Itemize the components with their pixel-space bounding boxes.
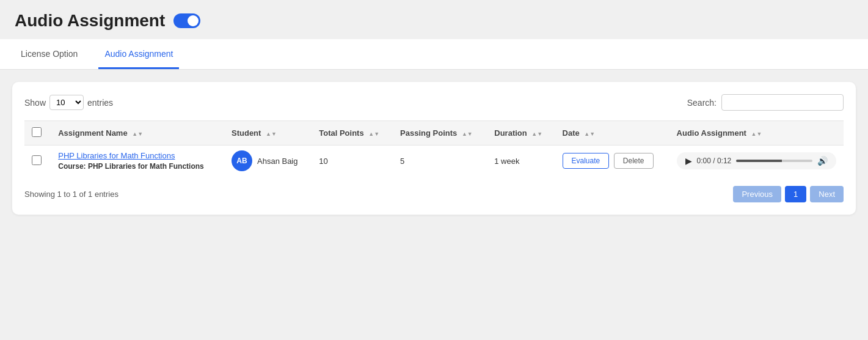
avatar: AB (232, 150, 252, 171)
table-footer: Showing 1 to 1 of 1 entries Previous 1 N… (24, 186, 844, 202)
search-label: Search: (687, 98, 717, 108)
tabs-bar: License Option Audio Assignment (0, 39, 868, 70)
assignment-link[interactable]: PHP Libraries for Math Functions (58, 151, 217, 160)
sort-icon-date: ▲▼ (584, 131, 595, 138)
audio-progress-bar[interactable] (736, 160, 812, 162)
cell-duration: 1 week (487, 146, 555, 177)
search-row: Search: (687, 94, 844, 111)
tab-audio-assignment[interactable]: Audio Assignment (98, 39, 179, 69)
audio-player: ▶ 0:00 / 0:12 🔊 (677, 152, 836, 169)
select-all-checkbox[interactable] (32, 127, 42, 137)
prev-button[interactable]: Previous (733, 186, 781, 202)
table-row: PHP Libraries for Math Functions Course:… (24, 146, 844, 177)
row-checkbox[interactable] (32, 155, 42, 165)
sort-icon-total-points: ▲▼ (368, 131, 379, 138)
col-assignment-name[interactable]: Assignment Name ▲▼ (51, 121, 224, 146)
page-1-button[interactable]: 1 (785, 186, 806, 202)
evaluate-button[interactable]: Evaluate (563, 153, 610, 169)
delete-button[interactable]: Delete (614, 153, 654, 169)
feature-toggle[interactable] (173, 13, 200, 28)
play-button[interactable]: ▶ (685, 156, 692, 166)
sort-icon-duration: ▲▼ (531, 131, 542, 138)
assignments-table: Assignment Name ▲▼ Student ▲▼ Total Poin… (24, 120, 844, 176)
toggle-wrapper[interactable] (173, 13, 200, 28)
entries-select[interactable]: 10 25 50 100 (49, 95, 84, 110)
cell-passing-points: 5 (393, 146, 487, 177)
cell-checkbox (24, 146, 51, 177)
search-input[interactable] (721, 94, 844, 111)
student-cell: AB Ahsan Baig (232, 150, 304, 171)
next-button[interactable]: Next (810, 186, 844, 202)
show-label: Show (24, 98, 46, 108)
page-header: Audio Assignment (0, 0, 868, 39)
cell-date: Evaluate Delete (555, 146, 669, 177)
col-total-points[interactable]: Total Points ▲▼ (312, 121, 393, 146)
page-title: Audio Assignment (15, 11, 165, 31)
audio-time: 0:00 / 0:12 (697, 157, 732, 165)
main-card: Show 10 25 50 100 entries Search: Assign… (12, 82, 856, 215)
cell-assignment-name: PHP Libraries for Math Functions Course:… (51, 146, 224, 177)
sort-icon-assignment: ▲▼ (132, 131, 143, 138)
cell-audio-assignment: ▶ 0:00 / 0:12 🔊 (669, 146, 844, 177)
show-entries-group: Show 10 25 50 100 entries (24, 95, 113, 110)
tab-license-option[interactable]: License Option (15, 39, 84, 69)
student-name: Ahsan Baig (257, 157, 298, 166)
controls-row: Show 10 25 50 100 entries Search: (24, 94, 844, 111)
sort-icon-student: ▲▼ (266, 131, 277, 138)
col-checkbox (24, 121, 51, 146)
col-duration[interactable]: Duration ▲▼ (487, 121, 555, 146)
pagination: Previous 1 Next (733, 186, 844, 202)
sort-icon-audio: ▲▼ (751, 131, 762, 138)
col-date[interactable]: Date ▲▼ (555, 121, 669, 146)
toggle-slider (173, 13, 200, 28)
volume-icon[interactable]: 🔊 (817, 156, 828, 166)
cell-student: AB Ahsan Baig (224, 146, 312, 177)
sort-icon-passing-points: ▲▼ (462, 131, 473, 138)
showing-text: Showing 1 to 1 of 1 entries (24, 190, 119, 199)
entries-label: entries (87, 98, 113, 108)
col-audio-assignment[interactable]: Audio Assignment ▲▼ (669, 121, 844, 146)
col-student[interactable]: Student ▲▼ (224, 121, 312, 146)
assignment-course: Course: PHP Libraries for Math Functions (58, 162, 204, 171)
table-header-row: Assignment Name ▲▼ Student ▲▼ Total Poin… (24, 121, 844, 146)
col-passing-points[interactable]: Passing Points ▲▼ (393, 121, 487, 146)
cell-total-points: 10 (312, 146, 393, 177)
